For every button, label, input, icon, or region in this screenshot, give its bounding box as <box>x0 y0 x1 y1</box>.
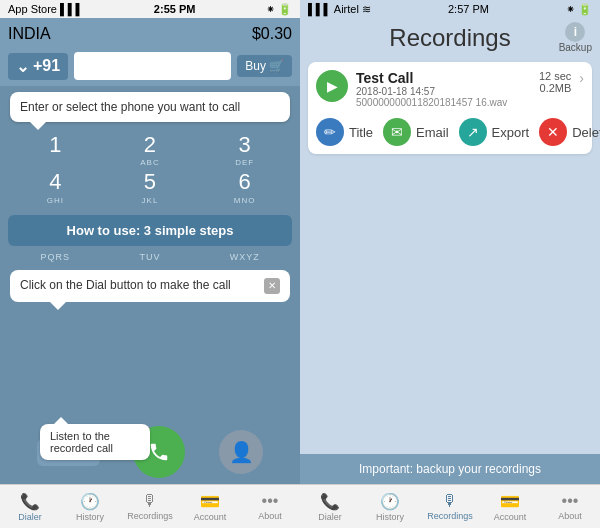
carrier-right: Airtel <box>334 3 359 15</box>
play-button[interactable]: ▶ <box>316 70 348 102</box>
bluetooth-icon-right: ⁕ <box>566 3 575 15</box>
export-action-button[interactable]: ↗ Export <box>459 118 530 146</box>
recording-filename: 500000000011820181457 16.wav <box>356 97 507 108</box>
status-right-icons-left: ⁕ 🔋 <box>266 3 292 16</box>
balance-label: $0.30 <box>252 25 292 43</box>
about-tab-icon-right: ••• <box>562 492 579 510</box>
country-code: +91 <box>33 57 60 75</box>
dial-key-4[interactable]: 4GHI <box>23 169 87 204</box>
tab-history-right[interactable]: 🕐 History <box>360 485 420 528</box>
dial-key-6[interactable]: 6MNO <box>213 169 277 204</box>
status-bar-left: App Store ▌▌▌ 2:55 PM ⁕ 🔋 <box>0 0 300 18</box>
export-action-label: Export <box>492 125 530 140</box>
tab-account-left[interactable]: 💳 Account <box>180 485 240 528</box>
chevron-down-icon: ⌄ <box>16 57 29 76</box>
backup-label: Backup <box>559 42 592 53</box>
tab-history-left[interactable]: 🕐 History <box>60 485 120 528</box>
dialpad-row-1: 1 2ABC 3DEF <box>8 132 292 167</box>
dial-letters-tuv: TUV <box>118 252 182 262</box>
top-bar: INDIA $0.30 <box>0 18 300 50</box>
listen-text: Listen to the recorded call <box>50 430 113 454</box>
recording-play-title: ▶ Test Call 2018-01-18 14:57 50000000001… <box>316 70 507 108</box>
recordings-tab-icon: 🎙 <box>142 492 158 510</box>
battery-icon-left: 🔋 <box>278 3 292 16</box>
recording-actions: ✏ Title ✉ Email ↗ Export ✕ Delete <box>316 118 584 146</box>
tab-bar-left: 📞 Dialer 🕐 History 🎙 Recordings 💳 Accoun… <box>0 484 300 528</box>
how-to-text: How to use: 3 simple steps <box>67 223 234 238</box>
tab-dialer-right[interactable]: 📞 Dialer <box>300 485 360 528</box>
status-right-icons-right: ⁕ 🔋 <box>566 3 592 16</box>
time-right: 2:57 PM <box>448 3 489 15</box>
email-action-button[interactable]: ✉ Email <box>383 118 449 146</box>
recordings-tab-label-right: Recordings <box>427 511 473 521</box>
dial-key-5[interactable]: 5JKL <box>118 169 182 204</box>
tab-recordings-right[interactable]: 🎙 Recordings <box>420 485 480 528</box>
time-left: 2:55 PM <box>154 3 196 15</box>
phone-input[interactable] <box>74 52 231 80</box>
account-tab-icon: 💳 <box>200 492 220 511</box>
delete-icon: ✕ <box>539 118 567 146</box>
cart-icon: 🛒 <box>269 59 284 73</box>
history-tab-label: History <box>76 512 104 522</box>
tooltip-text-1: Enter or select the phone you want to ca… <box>20 100 240 114</box>
recordings-tab-icon-right: 🎙 <box>442 492 458 510</box>
tab-dialer-left[interactable]: 📞 Dialer <box>0 485 60 528</box>
avatar-icon: 👤 <box>229 440 254 464</box>
tab-about-left[interactable]: ••• About <box>240 485 300 528</box>
recording-meta: 12 sec 0.2MB <box>539 70 571 94</box>
recording-info: Test Call 2018-01-18 14:57 5000000000118… <box>356 70 507 108</box>
recording-size: 0.2MB <box>539 82 571 94</box>
info-icon: i <box>565 22 585 42</box>
dialpad-letters-row: PQRS TUV WXYZ <box>0 250 300 264</box>
how-to-banner: How to use: 3 simple steps <box>8 215 292 246</box>
dial-letters-pqrs: PQRS <box>23 252 87 262</box>
delete-action-button[interactable]: ✕ Delete <box>539 118 600 146</box>
dial-key-3[interactable]: 3DEF <box>213 132 277 167</box>
title-action-button[interactable]: ✏ Title <box>316 118 373 146</box>
bubble-close-button[interactable]: ✕ <box>264 278 280 294</box>
title-icon: ✏ <box>316 118 344 146</box>
dial-key-2[interactable]: 2ABC <box>118 132 182 167</box>
country-code-box[interactable]: ⌄ +91 <box>8 53 68 80</box>
wifi-icon-right: ≋ <box>362 3 371 15</box>
bottom-banner-text: Important: backup your recordings <box>359 462 541 476</box>
speech-bubble-dial: Click on the Dial button to make the cal… <box>10 270 290 302</box>
account-tab-icon-right: 💳 <box>500 492 520 511</box>
recording-card: ▶ Test Call 2018-01-18 14:57 50000000001… <box>308 62 592 154</box>
recording-meta-chevron: 12 sec 0.2MB › <box>539 70 584 94</box>
about-tab-label-right: About <box>558 511 582 521</box>
dial-key-1[interactable]: 1 <box>23 132 87 167</box>
tab-account-right[interactable]: 💳 Account <box>480 485 540 528</box>
recordings-header: Recordings i Backup <box>300 18 600 56</box>
right-panel: ▌▌▌ Airtel ≋ 2:57 PM ⁕ 🔋 Recordings i Ba… <box>300 0 600 528</box>
recording-title: Test Call <box>356 70 507 86</box>
dialpad: 1 2ABC 3DEF 4GHI 5JKL 6MNO <box>0 128 300 211</box>
delete-action-label: Delete <box>572 125 600 140</box>
contact-avatar: 👤 <box>219 430 263 474</box>
status-bar-right: ▌▌▌ Airtel ≋ 2:57 PM ⁕ 🔋 <box>300 0 600 18</box>
bottom-banner: Important: backup your recordings <box>300 454 600 484</box>
tab-recordings-left[interactable]: 🎙 Recordings <box>120 485 180 528</box>
account-tab-label: Account <box>194 512 227 522</box>
tooltip-enter-phone: Enter or select the phone you want to ca… <box>10 92 290 122</box>
tab-bar-right: 📞 Dialer 🕐 History 🎙 Recordings 💳 Accoun… <box>300 484 600 528</box>
status-left-icons: App Store ▌▌▌ <box>8 3 83 15</box>
country-label: INDIA <box>8 25 51 43</box>
recording-date: 2018-01-18 14:57 <box>356 86 507 97</box>
email-icon: ✉ <box>383 118 411 146</box>
tab-about-right[interactable]: ••• About <box>540 485 600 528</box>
signal-icon: ▌▌▌ <box>60 3 83 15</box>
chevron-right-icon: › <box>579 70 584 86</box>
app-store-label: App Store <box>8 3 57 15</box>
recordings-tab-label: Recordings <box>127 511 173 521</box>
dialer-tab-icon-right: 📞 <box>320 492 340 511</box>
history-tab-icon: 🕐 <box>80 492 100 511</box>
backup-button[interactable]: i Backup <box>559 22 592 53</box>
recording-duration: 12 sec <box>539 70 571 82</box>
about-tab-label: About <box>258 511 282 521</box>
recordings-content-area <box>300 160 600 454</box>
buy-button[interactable]: Buy 🛒 <box>237 55 292 77</box>
signal-right: ▌▌▌ <box>308 3 331 15</box>
dialer-tab-icon: 📞 <box>20 492 40 511</box>
speech-bubble-text: Click on the Dial button to make the cal… <box>20 278 231 292</box>
